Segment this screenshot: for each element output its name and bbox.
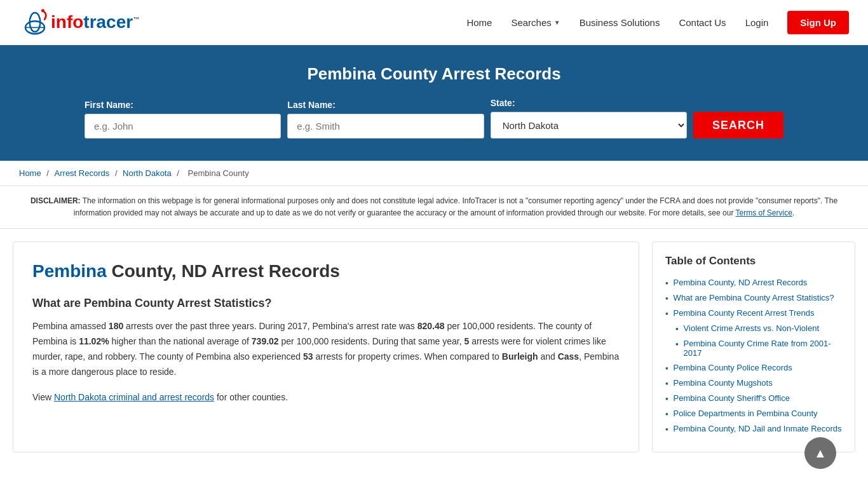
sidebar: Table of Contents Pembina County, ND Arr… bbox=[652, 241, 855, 452]
toc-link[interactable]: What are Pembina County Arrest Statistic… bbox=[674, 293, 834, 302]
para-bold3: 11.02% bbox=[79, 336, 109, 346]
toc-item: Pembina County Recent Arrest Trends bbox=[665, 308, 842, 318]
breadcrumb-sep2: / bbox=[115, 168, 119, 178]
toc-link[interactable]: Pembina County, ND Jail and Inmate Recor… bbox=[674, 424, 842, 433]
logo-info-text: info bbox=[51, 12, 83, 32]
state-select[interactable]: AlabamaAlaskaArizonaArkansasCaliforniaCo… bbox=[491, 112, 687, 139]
toc-link[interactable]: Pembina County, ND Arrest Records bbox=[674, 278, 808, 287]
toc-item: Pembina County, ND Jail and Inmate Recor… bbox=[665, 424, 842, 434]
para-mid4: per 100,000 residents. During that same … bbox=[279, 336, 465, 346]
para-mid6: arrests for property crimes. When compar… bbox=[313, 351, 502, 362]
toc-item: Violent Crime Arrests vs. Non-Violent bbox=[665, 323, 842, 334]
breadcrumb-sep3: / bbox=[177, 168, 181, 178]
toc-item: Pembina County Police Records bbox=[665, 363, 842, 373]
nav-business-solutions[interactable]: Business Solutions bbox=[580, 17, 660, 28]
hero-section: Pembina County Arrest Records First Name… bbox=[0, 45, 868, 161]
breadcrumb: Home / Arrest Records / North Dakota / P… bbox=[0, 161, 868, 186]
logo[interactable]: infotracer™ bbox=[19, 6, 139, 38]
breadcrumb-sep1: / bbox=[46, 168, 51, 178]
disclaimer-period: . bbox=[792, 208, 794, 217]
toc-list: Pembina County, ND Arrest RecordsWhat ar… bbox=[665, 278, 842, 434]
scroll-top-icon: ▲ bbox=[814, 446, 827, 461]
logo-icon bbox=[19, 6, 51, 38]
disclaimer-bar: DISCLAIMER: The information on this webp… bbox=[0, 186, 868, 229]
toc-item: What are Pembina County Arrest Statistic… bbox=[665, 293, 842, 303]
nav-home[interactable]: Home bbox=[466, 17, 492, 28]
nav-login[interactable]: Login bbox=[745, 17, 769, 28]
disclaimer-text: The information on this webpage is for g… bbox=[74, 196, 837, 217]
last-name-input[interactable] bbox=[287, 114, 484, 139]
stats-paragraph: Pembina amassed 180 arrests over the pas… bbox=[32, 319, 620, 379]
search-button[interactable]: SEARCH bbox=[693, 112, 783, 139]
breadcrumb-arrest-records[interactable]: Arrest Records bbox=[55, 168, 110, 178]
para-bold6: 53 bbox=[303, 351, 313, 362]
toc-item: Pembina County Mugshots bbox=[665, 378, 842, 388]
toc-link[interactable]: Pembina County Recent Arrest Trends bbox=[674, 308, 815, 318]
hero-title: Pembina County Arrest Records bbox=[13, 64, 855, 84]
first-name-group: First Name: bbox=[85, 100, 281, 139]
para-bold7: Burleigh bbox=[502, 351, 538, 362]
main-nav: Home Searches ▼ Business Solutions Conta… bbox=[466, 11, 849, 34]
last-name-group: Last Name: bbox=[287, 100, 484, 139]
nav-signup[interactable]: Sign Up bbox=[787, 11, 849, 34]
view-other-paragraph: View North Dakota criminal and arrest re… bbox=[32, 390, 620, 405]
state-group: State: AlabamaAlaskaArizonaArkansasCalif… bbox=[491, 98, 687, 139]
scroll-to-top-button[interactable]: ▲ bbox=[804, 437, 836, 465]
content-wrapper: Pembina County, ND Arrest Records What a… bbox=[0, 229, 868, 465]
toc-link[interactable]: Pembina County Sheriff's Office bbox=[674, 393, 790, 403]
toc-title: Table of Contents bbox=[665, 255, 842, 268]
last-name-label: Last Name: bbox=[287, 100, 484, 110]
main-title-rest: County, ND Arrest Records bbox=[107, 261, 340, 281]
para-bold4: 739.02 bbox=[252, 336, 279, 346]
para-bold1: 180 bbox=[109, 321, 123, 331]
breadcrumb-home[interactable]: Home bbox=[19, 168, 41, 178]
toc-item: Pembina County Sheriff's Office bbox=[665, 393, 842, 403]
main-title: Pembina County, ND Arrest Records bbox=[32, 261, 620, 281]
stats-heading: What are Pembina County Arrest Statistic… bbox=[32, 297, 620, 310]
para-mid7: and bbox=[538, 351, 558, 362]
para-mid3: higher than the national average of bbox=[109, 336, 252, 346]
toc-item: Pembina County, ND Arrest Records bbox=[665, 278, 842, 288]
main-title-highlight: Pembina bbox=[32, 261, 107, 281]
searches-caret-icon: ▼ bbox=[554, 19, 560, 26]
state-label: State: bbox=[491, 98, 687, 108]
toc-link[interactable]: Pembina County Police Records bbox=[674, 363, 792, 372]
para-mid1: arrests over the past three years. Durin… bbox=[123, 321, 417, 331]
svg-point-3 bbox=[41, 9, 44, 12]
toc-link[interactable]: Pembina County Mugshots bbox=[674, 378, 773, 388]
view-pre: View bbox=[32, 392, 54, 402]
toc-link[interactable]: Violent Crime Arrests vs. Non-Violent bbox=[684, 323, 819, 333]
toc-item: Police Departments in Pembina County bbox=[665, 409, 842, 419]
site-header: infotracer™ Home Searches ▼ Business Sol… bbox=[0, 0, 868, 45]
nav-searches[interactable]: Searches ▼ bbox=[511, 17, 560, 28]
toc-link[interactable]: Police Departments in Pembina County bbox=[674, 409, 818, 418]
first-name-label: First Name: bbox=[85, 100, 281, 110]
view-link[interactable]: North Dakota criminal and arrest records bbox=[54, 392, 214, 402]
para-bold2: 820.48 bbox=[417, 321, 445, 331]
para-bold8: Cass bbox=[558, 351, 579, 362]
toc-box: Table of Contents Pembina County, ND Arr… bbox=[652, 241, 855, 452]
toc-link[interactable]: Pembina County Crime Rate from 2001-2017 bbox=[684, 339, 842, 358]
disclaimer-label: DISCLAIMER: bbox=[31, 196, 81, 205]
para-pre1: Pembina amassed bbox=[32, 321, 109, 331]
breadcrumb-north-dakota[interactable]: North Dakota bbox=[123, 168, 172, 178]
logo-tm: ™ bbox=[133, 16, 139, 23]
breadcrumb-current: Pembina County bbox=[188, 168, 249, 178]
main-content: Pembina County, ND Arrest Records What a… bbox=[13, 241, 639, 452]
toc-item: Pembina County Crime Rate from 2001-2017 bbox=[665, 339, 842, 358]
nav-contact-us[interactable]: Contact Us bbox=[679, 17, 726, 28]
logo-tracer-text: tracer bbox=[83, 12, 133, 32]
first-name-input[interactable] bbox=[85, 114, 281, 139]
terms-of-service-link[interactable]: Terms of Service bbox=[736, 208, 792, 217]
search-form: First Name: Last Name: State: AlabamaAla… bbox=[85, 98, 783, 139]
view-post: for other counties. bbox=[214, 392, 288, 402]
